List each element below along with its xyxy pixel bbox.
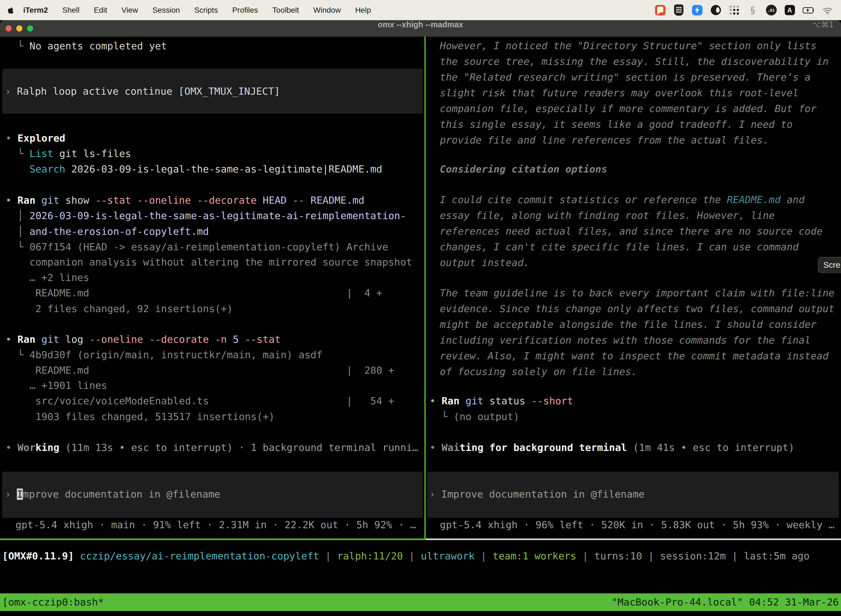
menu-status-icons	[655, 4, 833, 16]
terminal-line: └ 067f154 (HEAD -> essay/ai-reimplementa…	[6, 239, 388, 255]
terminal-line: › Improve documentation in @filename	[5, 486, 220, 502]
window-title: omx --xhigh --madmax	[0, 20, 841, 29]
terminal-line: › Improve documentation in @filename	[429, 486, 645, 502]
terminal-line: │ 2026-03-09-is-legal-the-same-as-legiti…	[6, 208, 406, 224]
bolt-badge-icon[interactable]	[692, 4, 703, 16]
terminal-line: might be acceptable alongside the file l…	[440, 317, 816, 332]
terminal-line: └ (no output)	[429, 409, 519, 424]
tmux-host-clock: "MacBook-Pro-44.local" 04:52 31-Mar-26	[611, 593, 839, 611]
terminal-line: companion file, especially if more comme…	[440, 101, 816, 116]
terminal-line: src/voice/voiceModeEnabled.ts | 54 +	[6, 393, 394, 409]
menu-item-iterm2[interactable]: iTerm2	[23, 6, 48, 15]
terminal-line: … +2 lines	[6, 270, 89, 285]
dots-grid-icon[interactable]	[729, 4, 740, 16]
terminal-line: The team guideline is to back every impo…	[440, 285, 834, 301]
terminal-line: • Ran git show --stat --oneline --decora…	[6, 192, 365, 208]
terminal-line: changes, I can't cite specific file line…	[440, 239, 799, 255]
menu-items: iTerm2ShellEditViewSessionScriptsProfile…	[23, 6, 371, 15]
pane-divider[interactable]	[424, 37, 426, 540]
terminal-line: … +1901 lines	[6, 378, 107, 393]
keypad-shield-icon[interactable]	[673, 4, 684, 16]
terminal-line: • Working (11m 13s • esc to interrupt) ·…	[6, 440, 418, 455]
terminal-line: However, I noticed the "Directory Struct…	[440, 38, 816, 54]
omx-status-line: [OMX#0.11.9] cczip/essay/ai-reimplementa…	[0, 548, 841, 564]
terminal-line: README.md | 280 +	[6, 362, 394, 378]
window-title-bar[interactable]: omx --xhigh --madmax ⌥⌘1	[0, 20, 841, 37]
terminal-line: README.md | 4 +	[6, 285, 382, 301]
macos-menu-bar: iTerm2ShellEditViewSessionScriptsProfile…	[0, 0, 841, 20]
apple-menu-icon[interactable]	[8, 7, 14, 14]
terminal-line: this single essay, it seems like a good …	[440, 116, 793, 132]
menu-item-scripts[interactable]: Scripts	[194, 6, 218, 15]
terminal-line: the source tree, missing the essay. Stil…	[440, 54, 829, 69]
terminal-line: • Waiting for background terminal (1m 41…	[429, 440, 794, 455]
menu-item-shell[interactable]: Shell	[62, 6, 79, 15]
screenshot-app-icon[interactable]	[655, 4, 666, 16]
terminal-line: evidence. Since this change only affects…	[440, 301, 834, 317]
terminal-line: companion analysis without altering the …	[6, 254, 412, 270]
terminal-line: Considering citation options	[440, 161, 607, 177]
terminal-line: › Ralph loop active continue [OMX_TMUX_I…	[5, 84, 280, 99]
terminal-line: └ List git ls-files	[6, 146, 131, 161]
menu-item-window[interactable]: Window	[314, 6, 341, 15]
terminal-line: • Ran git log --oneline --decorate -n 5 …	[6, 331, 281, 347]
menu-item-help[interactable]: Help	[355, 6, 371, 15]
terminal-line: including verification notes with those …	[440, 332, 811, 348]
terminal-line: slight risk that future readers may over…	[440, 85, 799, 101]
terminal-line: Search 2026-03-09-is-legal-the-same-as-l…	[6, 161, 382, 177]
battery-charging-icon[interactable]	[803, 4, 814, 16]
terminal-line: • Explored	[6, 130, 65, 146]
keyboard-a-icon[interactable]	[784, 4, 795, 16]
contrast-pie-icon[interactable]	[710, 4, 721, 16]
terminal-line: provide file and line references from th…	[440, 132, 769, 148]
tmux-status-bar: [omx-cczip0:bash* "MacBook-Pro-44.local"…	[0, 593, 841, 611]
screen-tooltip-label: Scre	[823, 260, 841, 269]
terminal-line: output instead.	[440, 255, 529, 270]
screen: iTerm2ShellEditViewSessionScriptsProfile…	[0, 0, 841, 616]
section-hook-icon[interactable]	[747, 4, 758, 16]
battery-61-badge-icon[interactable]	[766, 4, 777, 16]
terminal-line: 1903 files changed, 513517 insertions(+)	[6, 409, 274, 424]
terminal-line: references need actual files, and since …	[440, 223, 822, 239]
menu-item-view[interactable]: View	[122, 6, 138, 15]
menu-item-toolbelt[interactable]: Toolbelt	[273, 6, 299, 15]
terminal-line: of focusing solely on file lines.	[440, 364, 637, 380]
screen-tooltip: Scre	[818, 257, 841, 273]
terminal-line: the "Related research writing" section i…	[440, 69, 811, 85]
terminal-line: └ 4b9d30f (origin/main, instructkr/main,…	[6, 347, 322, 363]
menu-item-edit[interactable]: Edit	[94, 6, 107, 15]
window-shortcut-badge: ⌥⌘1	[812, 20, 834, 29]
inactive-pane-border	[426, 538, 841, 540]
tmux-session-label: [omx-cczip0:bash*	[2, 593, 104, 611]
terminal-line: gpt-5.4 xhigh · 96% left · 520K in · 5.8…	[440, 517, 834, 532]
terminal-line: I could cite commit statistics or refere…	[440, 192, 804, 208]
terminal-line: review. Also, I might want to inspect th…	[440, 348, 829, 364]
wifi-icon[interactable]	[822, 4, 833, 16]
terminal-line: essay file, along with finding root file…	[440, 208, 775, 223]
menu-item-session[interactable]: Session	[152, 6, 180, 15]
terminal-line: 2 files changed, 92 insertions(+)	[6, 301, 233, 317]
active-pane-border	[0, 538, 426, 540]
terminal-line: └ No agents completed yet	[6, 38, 167, 54]
terminal-line: [OMX#0.11.9] cczip/essay/ai-reimplementa…	[2, 548, 810, 564]
terminal-line: • Ran git status --short	[429, 393, 573, 409]
menu-item-profiles[interactable]: Profiles	[232, 6, 258, 15]
terminal-line: gpt-5.4 xhigh · main · 91% left · 2.31M …	[15, 517, 416, 532]
terminal-line: │ and-the-erosion-of-copyleft.md	[6, 224, 209, 239]
